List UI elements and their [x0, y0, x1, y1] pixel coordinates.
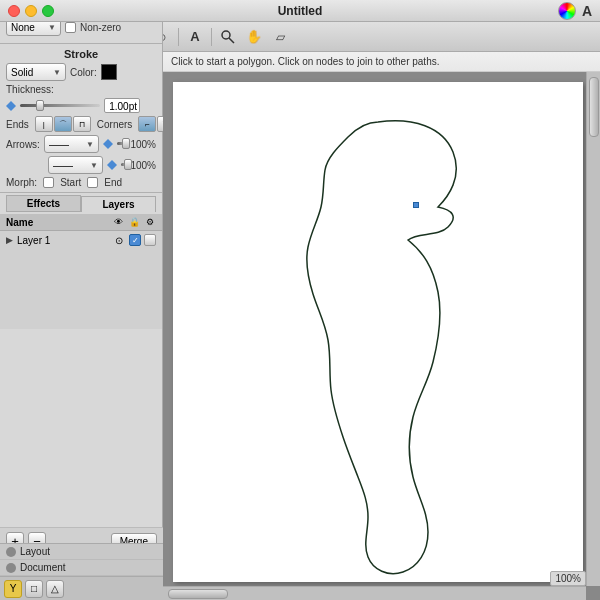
- arrows-start-select[interactable]: —— ▼: [44, 135, 99, 153]
- effects-layers-section: Effects Layers: [0, 193, 162, 214]
- document-tab-row[interactable]: Document: [0, 560, 163, 576]
- ends-buttons: | ⌒ ⊓: [35, 116, 91, 132]
- titlebar: Untitled A: [0, 0, 600, 22]
- layers-header-icons: 👁 🔒 ⚙: [112, 216, 156, 228]
- status-message: Click to start a polygon. Click on nodes…: [171, 56, 439, 67]
- arrows-end-select[interactable]: —— ▼: [48, 156, 103, 174]
- sidebar-icon-1[interactable]: Y: [4, 580, 22, 598]
- toolbar-separator-4: [211, 28, 212, 46]
- layer-1-target-icon[interactable]: ⊙: [112, 233, 126, 247]
- hand-tool[interactable]: ✋: [242, 26, 266, 48]
- toolbar-separator-3: [178, 28, 179, 46]
- left-panel: Fill None ▼ Non-zero Stroke Solid ▼ Colo…: [0, 0, 163, 600]
- zoom-tool[interactable]: [216, 26, 240, 48]
- arrows-size1-slider[interactable]: [117, 138, 127, 150]
- fill-stroke-tool[interactable]: ▱: [268, 26, 292, 48]
- color-wheel-button[interactable]: [558, 2, 576, 20]
- ends-corners-dashes-row: Ends | ⌒ ⊓ Corners ⌐ ⌒ ⌟ Dashes ▲: [6, 116, 156, 132]
- arrows-size2-slider[interactable]: [121, 159, 126, 171]
- layout-tab-row[interactable]: Layout: [0, 544, 163, 560]
- vertical-scrollbar[interactable]: [586, 72, 600, 586]
- window-title: Untitled: [278, 4, 323, 18]
- tab-effects[interactable]: Effects: [6, 195, 81, 212]
- horizontal-scrollbar-thumb[interactable]: [168, 589, 228, 599]
- document-icon: [6, 563, 16, 573]
- canvas-background: [173, 82, 583, 582]
- maximize-button[interactable]: [42, 5, 54, 17]
- close-button[interactable]: [8, 5, 20, 17]
- canvas-area[interactable]: [163, 72, 600, 600]
- traffic-lights: [8, 5, 54, 17]
- thickness-diamond-icon: [6, 101, 16, 111]
- minimize-button[interactable]: [25, 5, 37, 17]
- ends-btn-flat[interactable]: |: [35, 116, 53, 132]
- corners-btn-miter[interactable]: ⌐: [138, 116, 156, 132]
- stroke-style-select[interactable]: Solid ▼: [6, 63, 66, 81]
- sidebar-icon-3[interactable]: △: [46, 580, 64, 598]
- layout-doc-tabs: Layout Document: [0, 543, 163, 576]
- arrows-size2-value: 100%: [130, 160, 156, 171]
- nonzero-checkbox-row: Non-zero: [65, 22, 121, 33]
- arrows-row1: Arrows: —— ▼ 100%: [6, 135, 156, 153]
- text-tool[interactable]: A: [183, 26, 207, 48]
- statusbar: Click to start a polygon. Click on nodes…: [163, 52, 600, 72]
- font-button[interactable]: A: [582, 3, 592, 19]
- layer-1-expand[interactable]: ▶: [6, 235, 13, 245]
- sidebar-icon-2[interactable]: □: [25, 580, 43, 598]
- arrows-size1-value: 100%: [130, 139, 156, 150]
- vertical-scrollbar-thumb[interactable]: [589, 77, 599, 137]
- layers-canvas-area: [0, 249, 162, 329]
- layers-lock-icon[interactable]: 🔒: [128, 216, 140, 228]
- morph-end-checkbox[interactable]: [87, 177, 98, 188]
- arrows-diamond1-icon: [103, 139, 113, 149]
- stroke-color-swatch[interactable]: [101, 64, 117, 80]
- svg-marker-2: [107, 160, 117, 170]
- morph-row: Morph: Start End: [6, 177, 156, 188]
- layer-1-lock-toggle[interactable]: [144, 234, 156, 246]
- layer-1-visibility-toggle[interactable]: ✓: [129, 234, 141, 246]
- layout-icon: [6, 547, 16, 557]
- effects-layers-tabs: Effects Layers: [6, 195, 156, 212]
- nonzero-checkbox[interactable]: [65, 22, 76, 33]
- ends-btn-square[interactable]: ⊓: [73, 116, 91, 132]
- thickness-value: 1.00pt: [104, 98, 140, 113]
- layer-1-row: ▶ Layer 1 ⊙ ✓: [0, 231, 162, 249]
- path-node[interactable]: [413, 202, 419, 208]
- svg-marker-0: [6, 101, 16, 111]
- layer-1-controls: ⊙ ✓: [112, 233, 156, 247]
- layers-settings-icon[interactable]: ⚙: [144, 216, 156, 228]
- tab-layers[interactable]: Layers: [81, 196, 156, 212]
- layers-header: Name 👁 🔒 ⚙: [0, 214, 162, 231]
- window-controls-right: A: [558, 2, 592, 20]
- svg-line-4: [229, 38, 234, 43]
- stroke-label: Stroke: [6, 48, 156, 60]
- ends-btn-round[interactable]: ⌒: [54, 116, 72, 132]
- arrows-diamond2-icon: [107, 160, 117, 170]
- svg-point-3: [222, 31, 230, 39]
- layers-visibility-icon[interactable]: 👁: [112, 216, 124, 228]
- drawing-canvas[interactable]: [183, 92, 593, 592]
- thickness-slider[interactable]: [20, 100, 100, 112]
- thickness-row: Thickness:: [6, 84, 156, 95]
- arrows-row2: —— ▼ 100%: [6, 156, 156, 174]
- stroke-section: Stroke Solid ▼ Color: Thickness: 1.00pt …: [0, 44, 162, 193]
- side-icons-bar: Y □ △: [0, 576, 163, 600]
- layers-content: Name 👁 🔒 ⚙ ▶ Layer 1 ⊙ ✓: [0, 214, 162, 329]
- morph-start-checkbox[interactable]: [43, 177, 54, 188]
- zoom-indicator: 100%: [550, 571, 586, 586]
- svg-marker-1: [103, 139, 113, 149]
- horizontal-scrollbar[interactable]: [163, 586, 586, 600]
